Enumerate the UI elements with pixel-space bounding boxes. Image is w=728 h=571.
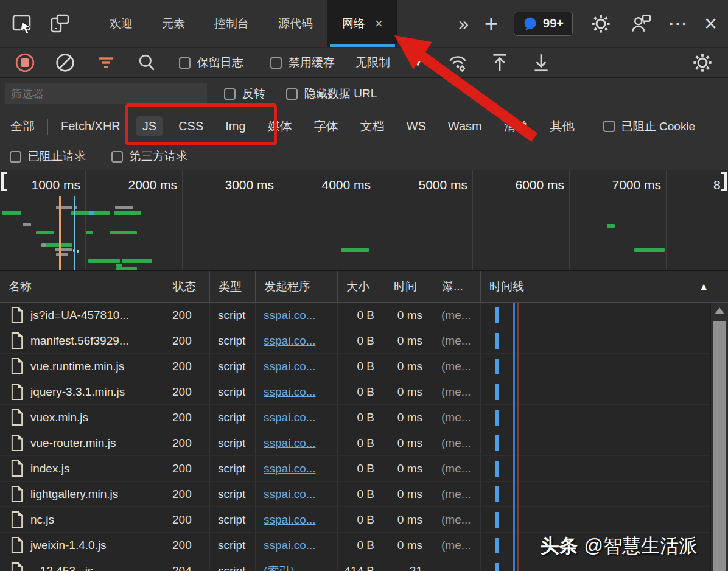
initiator-link[interactable]: sspai.co...	[264, 513, 316, 527]
load-line	[513, 303, 515, 571]
request-row[interactable]: ...12.453...js204script(索引)414 B21	[0, 558, 728, 571]
type-filter--[interactable]: 清单	[497, 115, 535, 138]
type-filter--[interactable]: 字体	[307, 115, 345, 138]
feedback-people-icon[interactable]	[629, 12, 653, 36]
type-filter-fetch-xhr[interactable]: Fetch/XHR	[54, 116, 127, 136]
overview-request-bar	[55, 248, 72, 251]
column-header-时间[interactable]: 时间	[385, 271, 433, 302]
column-header-大小[interactable]: 大小	[338, 271, 385, 302]
overview-right-handle[interactable]	[721, 172, 727, 191]
request-name-cell[interactable]: vue-router.min.js	[0, 430, 164, 455]
request-row[interactable]: vue-router.min.js200scriptsspai.co...0 B…	[0, 430, 728, 456]
blocked-cookies-checkbox[interactable]: 已阻止 Cookie	[603, 119, 695, 135]
column-header-发起程序[interactable]: 发起程序	[256, 271, 338, 302]
initiator-link[interactable]: sspai.co...	[264, 309, 316, 322]
initiator-link[interactable]: sspai.co...	[264, 462, 316, 475]
network-settings-gear-icon[interactable]	[691, 52, 713, 74]
import-har-icon[interactable]	[489, 52, 510, 74]
type-filter--[interactable]: 文档	[354, 115, 391, 138]
initiator-link[interactable]: sspai.co...	[264, 360, 316, 373]
waterfall-text-cell: (me...	[433, 507, 481, 532]
preserve-log-checkbox[interactable]: 保留日志	[179, 55, 243, 71]
request-row[interactable]: nc.js200scriptsspai.co...0 B0 ms(me...	[0, 507, 728, 533]
tab-label: 网络	[342, 16, 365, 32]
initiator-link[interactable]: sspai.co...	[264, 411, 316, 424]
type-filter-js[interactable]: JS	[136, 116, 163, 136]
initiator-link[interactable]: sspai.co...	[264, 334, 316, 348]
tab-元素[interactable]: 元素	[147, 0, 200, 47]
throttling-dropdown[interactable]: 无限制 ▼	[355, 55, 422, 71]
filter-toggle-icon[interactable]	[96, 53, 116, 72]
waterfall-bar	[495, 359, 499, 374]
inspect-element-icon[interactable]	[10, 12, 34, 36]
close-tab-icon[interactable]: ×	[375, 17, 383, 30]
type-filter-img[interactable]: Img	[219, 116, 252, 136]
request-row[interactable]: jquery-3.3.1.min.js200scriptsspai.co...0…	[0, 379, 728, 405]
request-name-cell[interactable]: vue.runtime.min.js	[0, 354, 164, 379]
filter-input[interactable]	[5, 83, 207, 104]
close-devtools-icon[interactable]: ×	[704, 13, 717, 35]
initiator-link[interactable]: sspai.co...	[264, 385, 316, 399]
disable-cache-checkbox[interactable]: 禁用缓存	[270, 55, 335, 71]
request-name-cell[interactable]: index.js	[0, 456, 164, 481]
settings-gear-icon[interactable]	[589, 12, 613, 36]
blocked-requests-checkbox[interactable]: 已阻止请求	[10, 149, 86, 164]
record-button[interactable]	[15, 52, 35, 73]
request-row[interactable]: lightgallery.min.js200scriptsspai.co...0…	[0, 482, 728, 507]
tab-网络[interactable]: 网络×	[327, 0, 397, 47]
request-row[interactable]: js?id=UA-457810...200scriptsspai.co...0 …	[0, 303, 728, 328]
initiator-link[interactable]: sspai.co...	[264, 488, 316, 501]
type-filter-css[interactable]: CSS	[172, 116, 210, 136]
initiator-link[interactable]: (索引)	[264, 563, 295, 571]
vertical-scrollbar[interactable]	[710, 303, 728, 571]
column-header-状态[interactable]: 状态	[164, 271, 210, 302]
column-header-类型[interactable]: 类型	[210, 271, 256, 302]
request-row[interactable]: index.js200scriptsspai.co...0 B0 ms(me..…	[0, 456, 728, 482]
column-header-名称[interactable]: 名称	[0, 271, 164, 302]
network-overview-timeline[interactable]: 1000 ms2000 ms3000 ms4000 ms5000 ms6000 …	[0, 170, 728, 271]
export-har-icon[interactable]	[531, 52, 551, 74]
clear-network-log-button[interactable]	[55, 52, 75, 73]
request-name-cell[interactable]: jquery-3.3.1.min.js	[0, 379, 164, 404]
request-name-cell[interactable]: ...12.453...js	[0, 558, 164, 571]
more-tabs-icon[interactable]: »	[458, 15, 469, 33]
type-filter-wasm[interactable]: Wasm	[441, 116, 489, 136]
request-row[interactable]: vue.runtime.min.js200scriptsspai.co...0 …	[0, 354, 728, 379]
type-filter-all[interactable]: 全部	[4, 115, 41, 138]
column-header-时间线[interactable]: 时间线▲	[481, 271, 728, 302]
invert-checkbox[interactable]: 反转	[224, 86, 265, 102]
requests-table-header: 名称状态类型发起程序大小时间瀑...时间线▲	[0, 271, 728, 303]
overview-left-handle[interactable]	[1, 172, 7, 191]
scrollbar-up-arrow-icon[interactable]	[715, 307, 724, 314]
scrollbar-thumb[interactable]	[713, 321, 726, 571]
device-toolbar-icon[interactable]	[47, 12, 72, 36]
tab-源代码[interactable]: 源代码	[264, 0, 327, 47]
request-name-cell[interactable]: jweixin-1.4.0.js	[0, 533, 164, 558]
new-tab-icon[interactable]: +	[485, 12, 498, 35]
request-name-cell[interactable]: manifest.56f3929...	[0, 328, 164, 353]
request-row[interactable]: vuex.min.js200scriptsspai.co...0 B0 ms(m…	[0, 405, 728, 430]
tab-欢迎[interactable]: 欢迎	[95, 0, 147, 47]
request-name-cell[interactable]: nc.js	[0, 507, 164, 532]
type-cell: script	[210, 379, 256, 404]
divider	[47, 119, 48, 135]
initiator-link[interactable]: sspai.co...	[264, 539, 316, 552]
request-row[interactable]: manifest.56f3929...200scriptsspai.co...0…	[0, 328, 728, 354]
more-options-icon[interactable]: ···	[669, 16, 688, 32]
type-filter--[interactable]: 其他	[544, 115, 581, 138]
column-header-瀑...[interactable]: 瀑...	[433, 271, 481, 302]
request-name-cell[interactable]: js?id=UA-457810...	[0, 303, 164, 328]
initiator-link[interactable]: sspai.co...	[264, 436, 316, 450]
third-party-checkbox[interactable]: 第三方请求	[111, 149, 187, 164]
type-filter-ws[interactable]: WS	[400, 116, 433, 136]
request-name-cell[interactable]: vuex.min.js	[0, 405, 164, 430]
hide-data-urls-checkbox[interactable]: 隐藏数据 URL	[286, 86, 377, 102]
feedback-badge[interactable]: 99+	[514, 12, 573, 36]
tab-控制台[interactable]: 控制台	[200, 0, 264, 47]
search-icon[interactable]	[136, 52, 157, 73]
waterfall-bar	[495, 538, 499, 553]
network-conditions-icon[interactable]	[447, 52, 469, 73]
column-header-label: 瀑...	[442, 279, 463, 295]
type-filter--[interactable]: 媒体	[261, 115, 299, 138]
request-name-cell[interactable]: lightgallery.min.js	[0, 482, 164, 506]
